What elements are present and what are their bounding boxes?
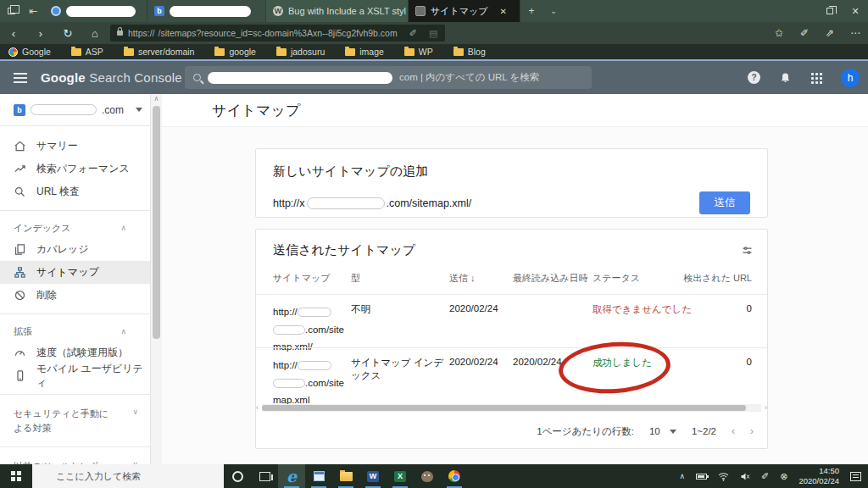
tab-close-icon[interactable]: ✕ xyxy=(500,7,507,16)
col-type[interactable]: 型 xyxy=(351,272,360,285)
pagination-bar: 1ページあたりの行数: 10 1~2/2 ‹ › xyxy=(256,416,767,446)
show-hidden-icons-chevron[interactable]: ∧ xyxy=(679,472,685,480)
table-row[interactable]: http:// .com/site map.xml/ 不明 2020/02/24… xyxy=(256,294,767,347)
browser-tab-active[interactable]: サイトマップ ✕ xyxy=(409,0,520,22)
submitted-cell: 2020/02/24 xyxy=(449,357,498,367)
mobile-phone-icon xyxy=(14,369,26,382)
refresh-icon[interactable]: ↻ xyxy=(54,27,81,40)
sidebar-item-url-inspection[interactable]: URL 検査 xyxy=(0,180,150,203)
submitted-cell: 2020/02/24 xyxy=(449,303,498,313)
account-avatar[interactable]: h xyxy=(841,69,860,87)
tab-preview-icon[interactable] xyxy=(0,5,22,17)
sidebar-scrollbar[interactable]: ∧ xyxy=(151,94,162,464)
bookmark-folder-jadosuru[interactable]: jadosuru xyxy=(276,47,325,57)
bookmark-folder-google[interactable]: google xyxy=(214,47,256,57)
notifications-bell-icon[interactable] xyxy=(779,71,792,85)
pen-settings-icon[interactable]: ✐ xyxy=(761,471,769,482)
next-page-icon[interactable]: › xyxy=(750,425,754,437)
folder-icon xyxy=(124,48,134,56)
sidebar-item-security-manual-actions[interactable]: セキュリティと手動による対策 ∨ xyxy=(0,402,150,440)
speaker-muted-icon[interactable] xyxy=(740,472,750,481)
rows-per-page-select[interactable]: 10 xyxy=(649,426,676,436)
taskbar-app-window-button[interactable] xyxy=(305,464,332,488)
reading-view-book-icon[interactable]: ▤ xyxy=(429,28,437,39)
browser-tab-3[interactable]: W Bug with Include a XSLT styl xyxy=(266,0,409,22)
sidebar-section-index[interactable]: インデックス ∧ xyxy=(0,218,150,238)
scrollbar-thumb[interactable] xyxy=(153,106,160,339)
bookmark-folder-asp[interactable]: ASP xyxy=(71,47,103,57)
favorites-hub-icon[interactable]: ✩ xyxy=(766,27,792,39)
web-note-pen-icon[interactable]: ✐ xyxy=(792,27,817,39)
action-center-icon[interactable] xyxy=(850,472,861,481)
scrollbar-thumb[interactable] xyxy=(262,405,746,411)
battery-icon[interactable] xyxy=(696,474,707,480)
taskbar-gimp-button[interactable] xyxy=(414,464,441,488)
bookmark-folder-server-domain[interactable]: server/domain xyxy=(124,47,195,57)
bookmark-folder-image[interactable]: image xyxy=(345,47,384,57)
tab-menu-chevron-icon[interactable]: ⌄ xyxy=(542,7,565,15)
col-sitemap[interactable]: サイトマップ xyxy=(273,272,331,285)
sidebar-item-summary[interactable]: サマリー xyxy=(0,135,150,158)
chrome-icon xyxy=(448,470,460,482)
sidebar-item-performance[interactable]: 検索パフォーマンス xyxy=(0,158,150,180)
scroll-up-arrow-icon[interactable]: ∧ xyxy=(151,94,162,104)
scroll-right-arrow-icon[interactable]: › xyxy=(765,403,767,412)
share-icon[interactable]: ⇗ xyxy=(817,27,843,39)
table-row[interactable]: http:// .com/site map.xml サイトマップ インデックス … xyxy=(256,347,767,401)
add-sitemap-card: 新しいサイトマップの追加 http://x .com/sitemap.xml/ … xyxy=(255,148,768,218)
sitemap-url-cell: http:// .com/site map.xml xyxy=(273,357,348,409)
taskbar-chrome-button[interactable] xyxy=(441,464,468,488)
col-submitted[interactable]: 送信 ↓ xyxy=(449,272,476,285)
col-last-read[interactable]: 最終読み込み日時 xyxy=(513,272,588,285)
sidebar-item-sitemaps[interactable]: サイトマップ xyxy=(0,261,150,284)
more-menu-icon[interactable]: ⋯ xyxy=(843,27,868,39)
type-cell: 不明 xyxy=(351,303,370,316)
forward-icon[interactable]: › xyxy=(27,27,54,40)
task-view-button[interactable] xyxy=(251,464,278,488)
back-icon[interactable]: ‹ xyxy=(0,27,27,40)
window-close-button[interactable]: ✕ xyxy=(843,6,868,17)
browser-tab-1[interactable] xyxy=(44,0,147,22)
home-icon[interactable]: ⌂ xyxy=(81,27,108,40)
taskbar-search-input[interactable] xyxy=(32,464,224,488)
wifi-icon[interactable] xyxy=(718,472,729,481)
help-icon[interactable]: ? xyxy=(748,71,760,84)
scrollbar-track[interactable] xyxy=(262,404,761,412)
col-status[interactable]: ステータス xyxy=(593,272,640,285)
browser-tab-2[interactable]: b xyxy=(147,0,266,22)
bookmarks-bar: Google ASP server/domain google jadosuru… xyxy=(0,44,868,59)
sidebar-item-mobile-usability[interactable]: モバイル ユーザビリティ xyxy=(0,364,150,387)
sidebar-item-removals[interactable]: 削除 xyxy=(0,284,150,307)
taskbar-excel-button[interactable]: X xyxy=(387,464,414,488)
set-tabs-aside-icon[interactable]: ⇤ xyxy=(22,5,44,17)
col-discovered-urls[interactable]: 検出された URL xyxy=(683,272,752,285)
bookmark-folder-blog[interactable]: Blog xyxy=(453,47,486,57)
reading-view-pen-icon[interactable]: ✐ xyxy=(409,28,417,39)
bookmark-folder-wp[interactable]: WP xyxy=(404,47,433,57)
taskbar-file-explorer-button[interactable] xyxy=(332,464,359,488)
horizontal-scrollbar[interactable]: ‹ › xyxy=(256,402,767,413)
submit-button[interactable]: 送信 xyxy=(699,191,750,214)
property-selector[interactable]: b .com xyxy=(0,94,150,126)
windows-logo-icon xyxy=(11,471,21,481)
sync-error-icon[interactable]: ⊗ xyxy=(780,471,787,482)
search-icon xyxy=(14,186,26,198)
window-restore-button[interactable] xyxy=(817,6,843,16)
scroll-left-arrow-icon[interactable]: ‹ xyxy=(256,403,259,412)
apps-grid-icon[interactable] xyxy=(810,72,822,84)
sidebar-item-coverage[interactable]: カバレッジ xyxy=(0,238,150,261)
hamburger-menu-icon[interactable] xyxy=(14,70,32,86)
filter-icon[interactable] xyxy=(741,244,754,257)
gsc-search-input[interactable]: com | 内のすべての URL を検索 xyxy=(185,66,592,89)
start-button[interactable] xyxy=(0,471,32,481)
new-tab-button[interactable]: + xyxy=(520,5,542,17)
taskbar-edge-button[interactable]: e xyxy=(278,464,305,488)
page-title: サイトマップ xyxy=(212,101,300,120)
previous-page-icon[interactable]: ‹ xyxy=(732,425,735,437)
sidebar-section-enhancements[interactable]: 拡張 ∧ xyxy=(0,321,150,341)
bookmark-google[interactable]: Google xyxy=(8,47,51,57)
cortana-button[interactable] xyxy=(224,464,251,488)
taskbar-word-button[interactable]: W xyxy=(359,464,387,488)
taskbar-clock[interactable]: 14:50 2020/02/24 xyxy=(798,466,839,486)
url-field[interactable]: https:// /sitemaps?resource_id=sc-domain… xyxy=(110,25,445,42)
